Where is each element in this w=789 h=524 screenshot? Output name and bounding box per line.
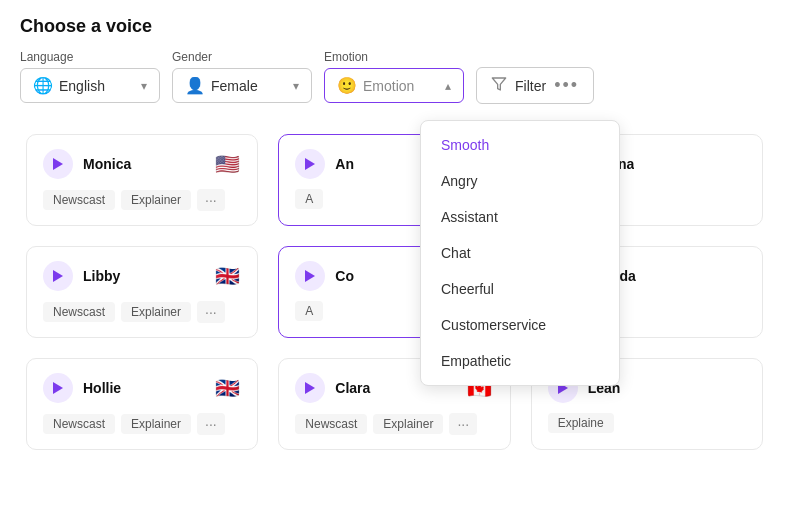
gender-chevron-icon: ▾: [293, 79, 299, 93]
language-chevron-icon: ▾: [141, 79, 147, 93]
play-an-button[interactable]: [295, 149, 325, 179]
libby-name: Libby: [83, 268, 120, 284]
matilda-flag: [718, 262, 746, 290]
filter-label-text: Filter: [515, 78, 546, 94]
hollie-flag: 🇬🇧: [213, 374, 241, 402]
emotion-select[interactable]: 🙂 Emotion ▴: [324, 68, 464, 103]
dropdown-item-customerservice[interactable]: Customerservice: [421, 307, 619, 343]
svg-marker-5: [305, 270, 315, 282]
voices-section: Monica 🇺🇸 Newscast Explainer ··· An 🇺🇸: [0, 128, 789, 456]
serena-flag: [718, 150, 746, 178]
co-tag-a: A: [295, 301, 323, 321]
gender-label: Gender: [172, 50, 312, 64]
emotion-chevron-up-icon: ▴: [445, 79, 451, 93]
co-name: Co: [335, 268, 354, 284]
monica-tag-newscast: Newscast: [43, 190, 115, 210]
voices-grid: Monica 🇺🇸 Newscast Explainer ··· An 🇺🇸: [20, 128, 769, 456]
hollie-tag-newscast: Newscast: [43, 414, 115, 434]
an-tag-a: A: [295, 189, 323, 209]
dropdown-item-assistant[interactable]: Assistant: [421, 199, 619, 235]
language-label: Language: [20, 50, 160, 64]
emotion-label: Emotion: [324, 50, 464, 64]
gender-value: Female: [211, 78, 287, 94]
dropdown-item-chat[interactable]: Chat: [421, 235, 619, 271]
dropdown-item-cheerful[interactable]: Cheerful: [421, 271, 619, 307]
page-header: Choose a voice Language 🌐 English ▾ Gend…: [0, 0, 789, 128]
hollie-more-button[interactable]: ···: [197, 413, 225, 435]
play-clara-button[interactable]: [295, 373, 325, 403]
svg-marker-0: [492, 78, 505, 90]
leah-tag-explainer: Explaine: [548, 413, 614, 433]
language-select[interactable]: 🌐 English ▾: [20, 68, 160, 103]
smiley-icon: 🙂: [337, 76, 357, 95]
monica-flag: 🇺🇸: [213, 150, 241, 178]
libby-flag: 🇬🇧: [213, 262, 241, 290]
voice-card-libby: Libby 🇬🇧 Newscast Explainer ···: [26, 246, 258, 338]
svg-marker-1: [53, 158, 63, 170]
person-icon: 👤: [185, 76, 205, 95]
libby-tag-newscast: Newscast: [43, 302, 115, 322]
gender-select[interactable]: 👤 Female ▾: [172, 68, 312, 103]
page-title: Choose a voice: [20, 16, 769, 37]
more-filter-button[interactable]: Filter •••: [476, 67, 594, 104]
leah-flag: [718, 374, 746, 402]
dropdown-item-smooth[interactable]: Smooth: [421, 127, 619, 163]
svg-marker-8: [305, 382, 315, 394]
voice-card-hollie: Hollie 🇬🇧 Newscast Explainer ···: [26, 358, 258, 450]
hollie-tag-explainer: Explainer: [121, 414, 191, 434]
svg-marker-2: [305, 158, 315, 170]
language-filter-group: Language 🌐 English ▾: [20, 50, 160, 103]
libby-tag-explainer: Explainer: [121, 302, 191, 322]
hollie-name: Hollie: [83, 380, 121, 396]
monica-name: Monica: [83, 156, 131, 172]
gender-filter-group: Gender 👤 Female ▾: [172, 50, 312, 103]
emotion-dropdown: Smooth Angry Assistant Chat Cheerful Cus…: [420, 120, 620, 386]
globe-icon: 🌐: [33, 76, 53, 95]
emotion-filter-group: Emotion 🙂 Emotion ▴: [324, 50, 464, 103]
dropdown-item-angry[interactable]: Angry: [421, 163, 619, 199]
svg-marker-4: [53, 270, 63, 282]
voice-card-monica: Monica 🇺🇸 Newscast Explainer ···: [26, 134, 258, 226]
filter-icon: [491, 76, 507, 95]
play-monica-button[interactable]: [43, 149, 73, 179]
monica-more-button[interactable]: ···: [197, 189, 225, 211]
libby-more-button[interactable]: ···: [197, 301, 225, 323]
dropdown-item-empathetic[interactable]: Empathetic: [421, 343, 619, 379]
more-dots-icon: •••: [554, 75, 579, 96]
monica-tag-explainer: Explainer: [121, 190, 191, 210]
play-hollie-button[interactable]: [43, 373, 73, 403]
filters-bar: Language 🌐 English ▾ Gender 👤 Female ▾ E…: [20, 49, 769, 104]
clara-tag-explainer: Explainer: [373, 414, 443, 434]
more-filter-group: Filter Filter •••: [476, 49, 594, 104]
clara-more-button[interactable]: ···: [449, 413, 477, 435]
svg-marker-7: [53, 382, 63, 394]
play-co-button[interactable]: [295, 261, 325, 291]
clara-tag-newscast: Newscast: [295, 414, 367, 434]
an-name: An: [335, 156, 354, 172]
clara-name: Clara: [335, 380, 370, 396]
language-value: English: [59, 78, 135, 94]
play-libby-button[interactable]: [43, 261, 73, 291]
emotion-placeholder: Emotion: [363, 78, 439, 94]
